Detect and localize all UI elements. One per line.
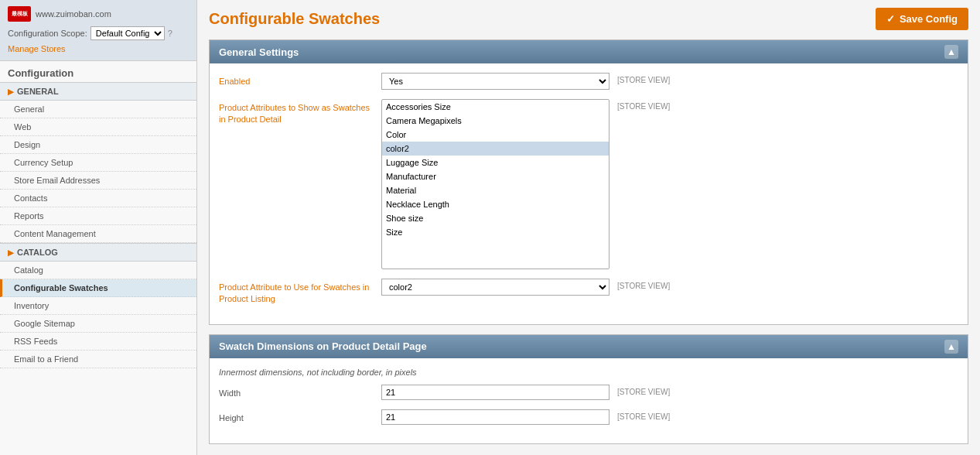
sidebar-item-general[interactable]: General [0,101,196,118]
scope-label: Configuration Scope: [8,29,87,38]
height-label: Height [219,409,374,424]
listing-select[interactable]: color2 Color Accessories Size [381,279,610,296]
height-row: Height [STORE VIEW] [219,409,958,425]
sidebar-item-contacts[interactable]: Contacts [0,190,196,207]
enabled-select[interactable]: Yes No [381,73,610,90]
width-store-view: [STORE VIEW] [617,385,670,396]
swatch-dimensions-title: Swatch Dimensions on Product Detail Page [219,340,427,352]
scope-select[interactable]: Default Config [90,26,165,40]
swatch-hint: Innermost dimensions, not including bord… [219,368,958,377]
sidebar-group-catalog[interactable]: ▶ CATALOG [0,243,196,262]
manage-stores-link-wrapper: Manage Stores [8,43,189,54]
enabled-control-area: Yes No [STORE VIEW] [381,73,958,90]
general-group-label: GENERAL [17,87,59,96]
catalog-arrow-icon: ▶ [8,248,14,257]
attributes-store-view: [STORE VIEW] [617,99,670,111]
sidebar-item-inventory[interactable]: Inventory [0,297,196,315]
swatch-dimensions-panel: Swatch Dimensions on Product Detail Page… [209,334,968,444]
main-header: Configurable Swatches ✓ Save Config [209,8,968,30]
save-config-button[interactable]: ✓ Save Config [876,8,968,30]
sidebar-item-store-email[interactable]: Store Email Addresses [0,172,196,190]
sidebar-item-email-friend[interactable]: Email to a Friend [0,351,196,368]
width-row: Width [STORE VIEW] [219,385,958,400]
height-store-view: [STORE VIEW] [617,409,670,421]
width-label: Width [219,385,374,399]
sidebar-item-currency-setup[interactable]: Currency Setup [0,154,196,172]
catalog-items: Catalog Configurable Swatches Inventory … [0,262,196,368]
sidebar-item-content-management[interactable]: Content Management [0,225,196,243]
height-control-area: [STORE VIEW] [381,409,958,425]
sidebar-group-general[interactable]: ▶ GENERAL [0,82,196,101]
listing-control-area: color2 Color Accessories Size [STORE VIE… [381,279,958,296]
sidebar-item-configurable-swatches[interactable]: Configurable Swatches [0,279,196,297]
attributes-row: Product Attributes to Show as Swatches i… [219,99,958,269]
sidebar-top: 最模板 www.zuimoban.com Configuration Scope… [0,0,196,61]
sidebar: 最模板 www.zuimoban.com Configuration Scope… [0,0,197,455]
attributes-label: Product Attributes to Show as Swatches i… [219,99,374,126]
sidebar-item-google-sitemap[interactable]: Google Sitemap [0,315,196,333]
general-items: General Web Design Currency Setup Store … [0,101,196,243]
scope-help-icon: ? [168,29,172,38]
listing-label: Product Attribute to Use for Swatches in… [219,279,374,306]
enabled-label: Enabled [219,73,374,87]
logo-image: 最模板 [8,6,31,22]
enabled-store-view: [STORE VIEW] [617,73,670,84]
save-check-icon: ✓ [886,13,895,25]
sidebar-item-web[interactable]: Web [0,118,196,136]
general-settings-body: Enabled Yes No [STORE VIEW] Product Attr… [210,63,968,324]
general-arrow-icon: ▶ [8,87,14,96]
attributes-control-area: Accessories Size Camera Megapixels Color… [381,99,958,269]
general-settings-title: General Settings [219,46,299,58]
swatch-dimensions-toggle[interactable]: ▲ [944,340,958,354]
width-control-area: [STORE VIEW] [381,385,958,400]
manage-stores-link[interactable]: Manage Stores [8,44,66,53]
general-settings-header[interactable]: General Settings ▲ [210,40,968,63]
sidebar-item-design[interactable]: Design [0,136,196,154]
listing-row: Product Attribute to Use for Swatches in… [219,279,958,306]
swatch-dimensions-body: Innermost dimensions, not including bord… [210,358,968,443]
listing-store-view: [STORE VIEW] [617,279,670,290]
height-input[interactable] [381,409,610,425]
scope-row: Configuration Scope: Default Config ? [8,26,189,40]
catalog-group-label: CATALOG [17,248,58,257]
sidebar-item-rss-feeds[interactable]: RSS Feeds [0,333,196,351]
general-settings-toggle[interactable]: ▲ [944,45,958,59]
logo: 最模板 www.zuimoban.com [8,6,189,22]
attributes-multiselect[interactable]: Accessories Size Camera Megapixels Color… [381,99,610,269]
main-content: Configurable Swatches ✓ Save Config Gene… [197,0,980,455]
sidebar-item-reports[interactable]: Reports [0,207,196,225]
enabled-row: Enabled Yes No [STORE VIEW] [219,73,958,90]
config-section-title: Configuration [0,61,196,82]
swatch-dimensions-header[interactable]: Swatch Dimensions on Product Detail Page… [210,335,968,358]
width-input[interactable] [381,385,610,400]
page-title: Configurable Swatches [209,10,380,28]
sidebar-item-catalog[interactable]: Catalog [0,262,196,279]
general-settings-panel: General Settings ▲ Enabled Yes No [STORE… [209,39,968,325]
site-url: www.zuimoban.com [36,9,111,19]
save-button-label: Save Config [900,13,958,25]
